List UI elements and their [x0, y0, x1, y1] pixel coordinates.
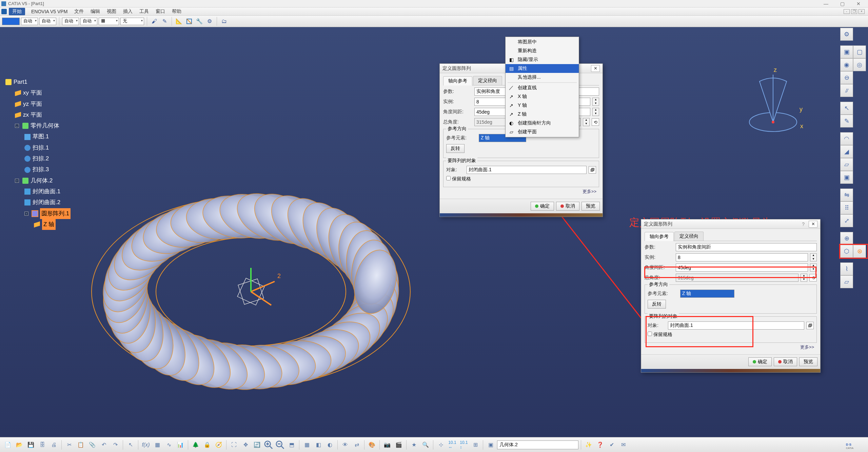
- dialog1-cancel-button[interactable]: 取消: [556, 202, 579, 211]
- tree-item[interactable]: -零件几何体: [15, 120, 71, 131]
- zoomout-icon[interactable]: [275, 440, 285, 450]
- pocket-icon[interactable]: ▢: [853, 45, 866, 58]
- dialog2-param-select[interactable]: 实例和角度间距: [676, 243, 817, 251]
- paint-icon[interactable]: 🖌: [150, 17, 159, 26]
- snap3-icon[interactable]: ⊞: [470, 440, 480, 450]
- compass-icon[interactable]: z y x: [739, 68, 807, 136]
- help-icon[interactable]: ?: [802, 221, 809, 227]
- dialog1-tab-axial[interactable]: 轴向参考: [443, 76, 472, 85]
- context-menu[interactable]: 将图居中重新构造◧隐藏/显示▤属性其他选择...／创建直线↗X 轴↗Y 轴↗Z …: [505, 37, 579, 137]
- dialog1-more[interactable]: 更多>>: [583, 189, 596, 194]
- select-icon[interactable]: 🗊: [589, 166, 596, 174]
- tree-icon[interactable]: 🌲: [191, 440, 201, 450]
- sketch-icon[interactable]: ✎: [840, 115, 853, 127]
- help2-icon[interactable]: ❓: [595, 440, 605, 450]
- shade-icon[interactable]: ◐: [325, 440, 335, 450]
- dialog2-ok-button[interactable]: 确定: [748, 357, 772, 366]
- draft-icon[interactable]: ▱: [840, 158, 853, 171]
- cm-item[interactable]: ↗Y 轴: [506, 101, 579, 110]
- new-icon[interactable]: 📄: [3, 440, 13, 450]
- assemble-icon[interactable]: ⬡: [840, 245, 853, 258]
- wizard-icon[interactable]: ✨: [584, 440, 594, 450]
- video-icon[interactable]: 🎬: [394, 440, 404, 450]
- linetype-select-1[interactable]: 自动: [21, 18, 38, 25]
- dialog1-close-button[interactable]: ✕: [591, 65, 600, 72]
- pad-icon[interactable]: ▣: [840, 45, 853, 58]
- dialog2-tab-axial[interactable]: 轴向参考: [645, 232, 674, 241]
- maximize-button[interactable]: ▢: [834, 0, 850, 7]
- dialog2-tab-radial[interactable]: 定义径向: [674, 232, 704, 241]
- thread-icon[interactable]: ⌇: [840, 262, 853, 275]
- cm-item[interactable]: ◧隐藏/显示: [506, 55, 579, 64]
- dialog2-obj-input[interactable]: [668, 321, 804, 330]
- menu-view[interactable]: 视图: [103, 8, 120, 15]
- brush-icon[interactable]: ✎: [160, 17, 169, 26]
- close-button[interactable]: ✕: [850, 0, 867, 7]
- menu-tools[interactable]: 工具: [136, 8, 152, 15]
- plane-icon[interactable]: ▱: [840, 275, 853, 288]
- angle-icon[interactable]: ⟲: [592, 118, 599, 126]
- design-table-icon[interactable]: ▦: [152, 440, 162, 450]
- dialog1-tab-radial[interactable]: 定义径向: [473, 76, 502, 85]
- cm-item[interactable]: 将图居中: [506, 38, 579, 46]
- expand-icon[interactable]: -: [24, 212, 28, 216]
- doc-close-button[interactable]: ×: [859, 9, 865, 14]
- msg-icon[interactable]: ✉: [618, 440, 628, 450]
- cm-item[interactable]: ↗X 轴: [506, 92, 579, 101]
- menu-enovia[interactable]: ENOVIA V5 VPM: [28, 8, 71, 15]
- menu-window[interactable]: 窗口: [152, 8, 169, 15]
- tree-item[interactable]: zx 平面: [15, 110, 71, 120]
- menu-insert[interactable]: 插入: [120, 8, 136, 15]
- doc-restore-button[interactable]: ❐: [851, 9, 857, 14]
- zoomin-icon[interactable]: [263, 440, 274, 450]
- dialog2-inst-input[interactable]: [676, 253, 808, 261]
- tree-item[interactable]: 草图.1: [24, 131, 71, 142]
- cm-item[interactable]: ▱创建平面: [506, 127, 579, 136]
- iso-icon[interactable]: ◧: [313, 440, 323, 450]
- save-icon[interactable]: 💾: [26, 440, 36, 450]
- linetype-select-4[interactable]: 自动: [80, 18, 97, 25]
- dialog1-obj-input[interactable]: [467, 166, 587, 174]
- pointer-icon[interactable]: ↖: [125, 440, 136, 450]
- start-menu[interactable]: 开始: [9, 8, 25, 15]
- cm-item[interactable]: 重新构造: [506, 46, 579, 55]
- tree-root[interactable]: Part1: [14, 77, 27, 87]
- expand-icon[interactable]: -: [15, 124, 19, 128]
- cm-item[interactable]: ↗Z 轴: [506, 110, 579, 119]
- pan-icon[interactable]: ✥: [240, 440, 251, 450]
- chamfer-icon[interactable]: ◢: [840, 145, 853, 158]
- menu-help[interactable]: 帮助: [169, 8, 185, 15]
- linetype-select-3[interactable]: 自动: [62, 18, 79, 25]
- tree-item[interactable]: yz 平面: [15, 99, 71, 110]
- settings-icon[interactable]: ⚙: [840, 28, 853, 41]
- tree-item[interactable]: -几何体.2: [15, 175, 71, 186]
- snap1-icon[interactable]: 10.1↔: [447, 440, 457, 450]
- law-icon[interactable]: ∿: [164, 440, 174, 450]
- angle-icon[interactable]: ⟲: [809, 274, 817, 281]
- open-icon[interactable]: 📂: [14, 440, 24, 450]
- minimize-button[interactable]: —: [818, 0, 834, 7]
- dialog2-refel-input[interactable]: [680, 290, 734, 298]
- tool-icon-2[interactable]: ⚙: [205, 17, 214, 26]
- scale-icon[interactable]: ⤢: [840, 214, 853, 227]
- dialog1-reverse-button[interactable]: 反转: [446, 144, 465, 153]
- groove-icon[interactable]: ◎: [853, 58, 866, 71]
- dialog1-preview-button[interactable]: 预览: [581, 202, 600, 211]
- boolean-icon[interactable]: ⊕: [840, 232, 853, 245]
- undo-icon[interactable]: ↶: [99, 440, 109, 450]
- menu-edit[interactable]: 编辑: [87, 8, 103, 15]
- none-select[interactable]: 无: [120, 18, 144, 25]
- menu-file[interactable]: 文件: [71, 8, 87, 15]
- tree-item[interactable]: 扫掠.3: [24, 164, 71, 175]
- tool-icon-3[interactable]: 🗂: [220, 17, 229, 26]
- tree-item[interactable]: 封闭曲面.2: [24, 197, 71, 208]
- cut-icon[interactable]: ✂: [64, 440, 74, 450]
- measure-icon[interactable]: 📐: [175, 17, 183, 26]
- dialog1-ok-button[interactable]: 确定: [531, 202, 554, 211]
- cm-item[interactable]: 其他选择...: [506, 73, 579, 82]
- spinner[interactable]: ▲▼: [592, 108, 599, 116]
- knowledge-icon[interactable]: 📊: [175, 440, 185, 450]
- doc-minimize-button[interactable]: -: [844, 9, 850, 14]
- material-icon[interactable]: 🎨: [367, 440, 377, 450]
- fillet-icon[interactable]: ◠: [840, 132, 853, 145]
